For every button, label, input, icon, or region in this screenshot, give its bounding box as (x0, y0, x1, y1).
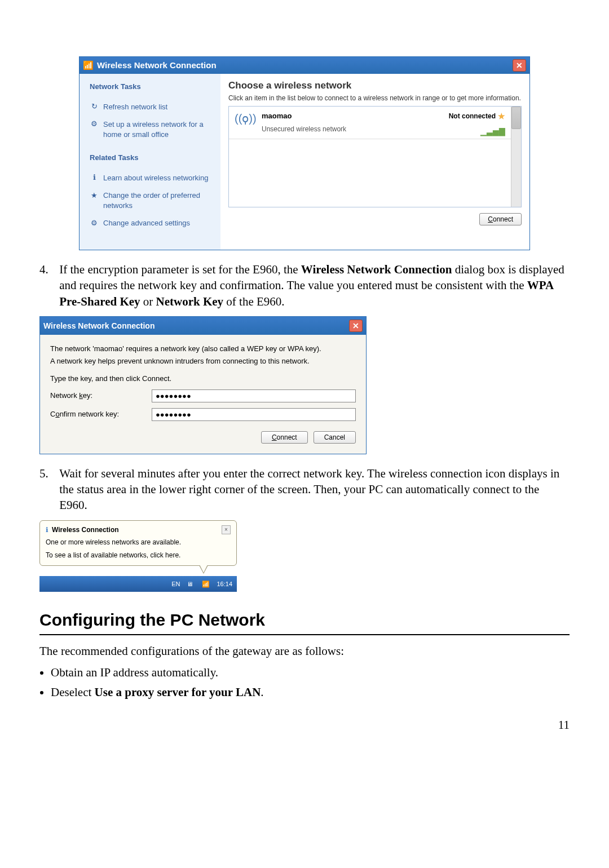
wireless-network-window: 📶 Wireless Network Connection ✕ Network … (79, 56, 530, 250)
intro-text: The recommended configurations of the ga… (39, 643, 570, 659)
notification-balloon[interactable]: ℹ Wireless Connection × One or more wire… (39, 520, 237, 566)
step-number: 4. (39, 262, 56, 277)
network-item[interactable]: ((ϙ)) maomao Unsecured wireless network … (229, 107, 511, 139)
scrollbar-thumb[interactable] (511, 107, 521, 129)
step-4-text: 4. If the encryption parameter is set fo… (39, 262, 570, 309)
close-icon[interactable]: × (222, 525, 231, 534)
network-status: Not connected ★ ▁▃▅▇ (449, 111, 505, 133)
signal-icon: ▁▃▅▇ (449, 126, 505, 137)
bold-text: Network Key (156, 295, 224, 308)
refresh-icon: ↻ (90, 102, 99, 111)
change-order[interactable]: ★ Change the order of preferred networks (90, 191, 214, 210)
task-label: Refresh network list (103, 102, 167, 112)
confirm-key-label: Confirm network key: (50, 409, 152, 419)
titlebar: Wireless Network Connection ✕ (40, 317, 366, 335)
network-desc: Unsecured wireless network (262, 125, 441, 134)
network-key-dialog: Wireless Network Connection ✕ The networ… (39, 316, 367, 454)
text: Deselect (51, 685, 95, 699)
learn-about-wireless[interactable]: ℹ Learn about wireless networking (90, 173, 214, 183)
tray-icon[interactable]: 🖥 (184, 580, 195, 588)
task-label: Change advanced settings (103, 218, 190, 228)
body-text: The recommended configurations of the ga… (39, 643, 570, 700)
close-icon[interactable]: ✕ (513, 59, 526, 72)
gear-icon: ⚙ (90, 218, 99, 227)
status-text: Not connected (449, 112, 496, 121)
window-title: Wireless Network Connection (97, 60, 217, 71)
sidebar: Network Tasks ↻ Refresh network list ⚙ S… (80, 74, 220, 250)
antenna-icon: 📶 (83, 60, 94, 71)
text: If the encryption parameter is set for t… (59, 263, 301, 276)
bullet-item: Obtain an IP address automatically. (51, 665, 570, 680)
scrollbar[interactable] (511, 107, 521, 207)
step-5-text: 5. Wait for several minutes after you en… (39, 466, 570, 513)
window-body: Network Tasks ↻ Refresh network list ⚙ S… (80, 74, 529, 250)
balloon-title: Wireless Connection (52, 525, 119, 534)
network-info: maomao Unsecured wireless network (262, 111, 441, 133)
confirm-key-input[interactable] (152, 408, 356, 421)
balloon-line: One or more wireless networks are availa… (46, 538, 231, 547)
balloon-body: One or more wireless networks are availa… (46, 538, 231, 560)
choose-network-subtext: Click an item in the list below to conne… (228, 94, 522, 103)
network-name: maomao (262, 111, 441, 121)
choose-network-heading: Choose a wireless network (228, 79, 522, 92)
taskbar: EN 🖥 📶 16:14 (39, 576, 237, 592)
close-icon[interactable]: ✕ (349, 320, 363, 332)
dialog-instruction: Type the key, and then click Connect. (50, 374, 356, 384)
main-pane: Choose a wireless network Click an item … (220, 74, 529, 250)
bold-text: Wireless Network Connection (301, 263, 452, 276)
text: . (261, 685, 263, 699)
info-icon: ℹ (46, 525, 48, 534)
related-tasks-heading: Related Tasks (90, 153, 214, 163)
task-label: Learn about wireless networking (103, 173, 208, 183)
network-key-label: Network key: (50, 391, 152, 401)
setup-icon: ⚙ (90, 119, 99, 129)
info-icon: ℹ (90, 173, 99, 182)
change-advanced[interactable]: ⚙ Change advanced settings (90, 218, 214, 228)
balloon-line: To see a list of available networks, cli… (46, 551, 231, 560)
network-list: ((ϙ)) maomao Unsecured wireless network … (228, 106, 522, 207)
clock[interactable]: 16:14 (217, 580, 232, 588)
dialog-text: A network key helps prevent unknown intr… (50, 356, 356, 366)
text: or (140, 295, 156, 308)
bold-text: Use a proxy server for your LAN (95, 685, 261, 699)
connect-button[interactable]: CConnectonnect (479, 213, 522, 225)
dialog-body: The network 'maomao' requires a network … (40, 335, 366, 454)
language-indicator[interactable]: EN (171, 580, 180, 588)
antenna-icon: ((ϙ)) (235, 111, 254, 133)
step-paragraph: If the encryption parameter is set for t… (59, 262, 567, 309)
step-paragraph: Wait for several minutes after you enter… (59, 466, 567, 513)
star-icon: ★ (498, 111, 505, 122)
connect-button[interactable]: Connect (261, 431, 308, 444)
cancel-button[interactable]: Cancel (314, 431, 356, 444)
section-heading: Configuring the PC Network (39, 609, 570, 635)
setup-wireless-network[interactable]: ⚙ Set up a wireless network for a home o… (90, 119, 214, 139)
task-label: Set up a wireless network for a home or … (103, 119, 214, 139)
star-icon: ★ (90, 191, 99, 200)
network-tasks-heading: Network Tasks (90, 82, 214, 92)
bullet-item: Deselect Use a proxy server for your LAN… (51, 684, 570, 700)
step-number: 5. (39, 466, 56, 481)
dialog-text: The network 'maomao' requires a network … (50, 344, 356, 354)
network-key-input[interactable] (152, 389, 356, 402)
text: of the E960. (223, 295, 284, 308)
page-number: 11 (34, 717, 570, 733)
titlebar: 📶 Wireless Network Connection ✕ (80, 57, 529, 74)
tray-icon[interactable]: 📶 (200, 580, 212, 588)
refresh-network-list[interactable]: ↻ Refresh network list (90, 102, 214, 112)
task-label: Change the order of preferred networks (103, 191, 214, 210)
dialog-title: Wireless Network Connection (43, 321, 155, 331)
notification-balloon-wrap: ℹ Wireless Connection × One or more wire… (39, 520, 237, 592)
